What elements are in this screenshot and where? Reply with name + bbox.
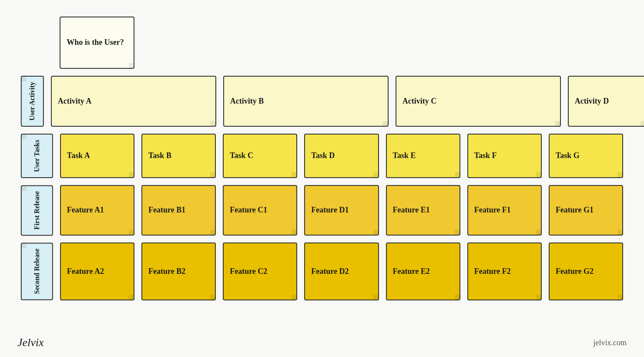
feature-d1-note: Feature D1 <box>304 185 379 236</box>
tasks-row: User Tasks Task A Task B Task C Task D T… <box>17 130 627 182</box>
label-first-release: First Release <box>21 185 53 236</box>
footer-url: jelvix.com <box>594 338 627 347</box>
feature-a1-note: Feature A1 <box>60 185 134 236</box>
activity-c-note: Activity C <box>396 76 561 127</box>
feature-c2-note: Feature C2 <box>223 242 297 300</box>
task-g-note: Task G <box>549 134 623 178</box>
feature-a2-note: Feature A2 <box>60 242 134 300</box>
task-c-note: Task C <box>223 134 297 178</box>
first-release-row: First Release Feature A1 Feature B1 Feat… <box>17 182 627 239</box>
task-f-note: Task F <box>467 134 542 178</box>
task-d-note: Task D <box>304 134 379 178</box>
feature-d2-note: Feature D2 <box>304 242 379 300</box>
feature-e2-note: Feature E2 <box>386 242 460 300</box>
header-row: Who is the User? <box>17 13 627 72</box>
label-second-release: Second Release <box>21 242 53 300</box>
feature-c1-note: Feature C1 <box>223 185 297 236</box>
task-a-note: Task A <box>60 134 134 178</box>
brand-name: Jelvix <box>17 336 44 349</box>
footer: Jelvix jelvix.com <box>17 336 627 349</box>
task-e-note: Task E <box>386 134 460 178</box>
feature-g1-note: Feature G1 <box>549 185 623 236</box>
activity-b-note: Activity B <box>223 76 389 127</box>
feature-b1-note: Feature B1 <box>141 185 216 236</box>
activity-row: User Activity Activity A Activity B Acti… <box>17 72 627 130</box>
label-user-activity: User Activity <box>21 76 44 127</box>
activity-a-note: Activity A <box>51 76 216 127</box>
board: Who is the User? User Activity Activity … <box>0 0 644 313</box>
feature-f2-note: Feature F2 <box>467 242 542 300</box>
feature-g2-note: Feature G2 <box>549 242 623 300</box>
feature-b2-note: Feature B2 <box>141 242 216 300</box>
activity-d-note: Activity D <box>568 76 644 127</box>
who-is-user-note: Who is the User? <box>60 17 134 69</box>
feature-f1-note: Feature F1 <box>467 185 542 236</box>
task-b-note: Task B <box>141 134 216 178</box>
label-user-tasks: User Tasks <box>21 134 53 178</box>
second-release-row: Second Release Feature A2 Feature B2 Fea… <box>17 239 627 303</box>
feature-e1-note: Feature E1 <box>386 185 460 236</box>
